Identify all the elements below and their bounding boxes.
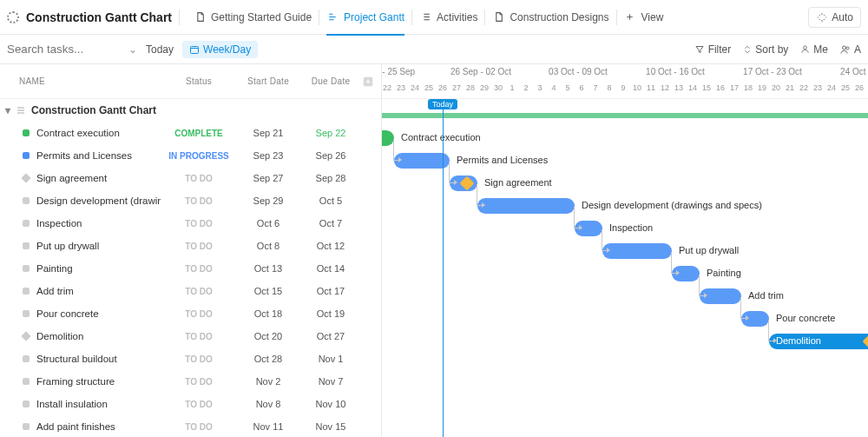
task-start[interactable]: Oct 20 xyxy=(237,331,299,341)
task-start[interactable]: Nov 11 xyxy=(237,421,299,432)
bar-label: Add trim xyxy=(748,290,784,301)
table-row[interactable]: Add trimTO DOOct 15Oct 17 xyxy=(0,280,381,302)
task-status[interactable]: TO DO xyxy=(161,196,237,206)
task-start[interactable]: Sep 29 xyxy=(237,195,299,206)
table-row[interactable]: Sign agreementTO DOSep 27Sep 28 xyxy=(0,167,381,189)
task-start[interactable]: Oct 18 xyxy=(237,308,299,319)
task-status[interactable]: TO DO xyxy=(161,400,237,409)
timeline[interactable]: 19 Sep - 25 Sep26 Sep - 02 Oct03 Oct - 0… xyxy=(382,64,868,437)
page-title: Construction Gantt Chart xyxy=(26,10,172,24)
search-dropdown-icon[interactable]: ⌄ xyxy=(128,43,137,56)
task-due[interactable]: Oct 12 xyxy=(299,241,362,251)
task-due[interactable]: Oct 5 xyxy=(299,195,362,206)
col-name[interactable]: NAME xyxy=(0,76,161,86)
table-row[interactable]: Add paint finishesTO DONov 11Nov 15 xyxy=(0,415,381,437)
task-bar[interactable] xyxy=(382,130,394,146)
day-header: 22 xyxy=(382,83,394,92)
filter-button[interactable]: Filter xyxy=(694,43,732,56)
task-status[interactable]: TO DO xyxy=(161,422,237,432)
task-due[interactable]: Oct 17 xyxy=(299,286,362,296)
milestone-icon xyxy=(21,173,30,182)
me-filter-button[interactable]: Me xyxy=(800,43,828,56)
day-header: 7 xyxy=(589,83,602,92)
task-status[interactable]: TO DO xyxy=(161,242,237,251)
today-button[interactable]: Today xyxy=(146,43,174,56)
week-header: 10 Oct - 16 Oct xyxy=(627,67,724,76)
task-start[interactable]: Sep 23 xyxy=(237,150,299,161)
task-due[interactable]: Oct 27 xyxy=(299,331,362,341)
task-start[interactable]: Oct 6 xyxy=(237,218,299,228)
task-due[interactable]: Sep 28 xyxy=(299,173,362,183)
tab-view[interactable]: View xyxy=(617,0,671,35)
task-start[interactable]: Nov 2 xyxy=(237,376,299,387)
task-start[interactable]: Nov 8 xyxy=(237,399,299,409)
task-bar[interactable] xyxy=(477,198,575,214)
table-row[interactable]: DemolitionTO DOOct 20Oct 27 xyxy=(0,325,381,348)
table-row[interactable]: Permits and LicensesIN PROGRESSSep 23Sep… xyxy=(0,144,381,167)
group-row[interactable]: ▾ Construction Gantt Chart xyxy=(0,99,381,122)
task-status[interactable]: TO DO xyxy=(161,174,237,183)
table-row[interactable]: Contract executionCOMPLETESep 21Sep 22 xyxy=(0,122,381,144)
task-status[interactable]: IN PROGRESS xyxy=(161,151,237,161)
tab-project-gantt[interactable]: Project Gantt xyxy=(319,0,411,35)
day-header: 6 xyxy=(575,83,589,92)
task-status[interactable]: TO DO xyxy=(161,377,237,387)
task-start[interactable]: Oct 15 xyxy=(237,286,299,296)
today-badge[interactable]: Today xyxy=(428,99,457,109)
group-summary-bar[interactable] xyxy=(382,113,868,118)
col-start[interactable]: Start Date xyxy=(237,76,299,86)
task-start[interactable]: Oct 8 xyxy=(237,241,299,251)
collapse-icon[interactable]: ▾ xyxy=(5,104,10,116)
task-start[interactable]: Oct 13 xyxy=(237,263,299,274)
task-bar[interactable] xyxy=(602,243,672,259)
task-status[interactable]: TO DO xyxy=(161,264,237,274)
task-due[interactable]: Sep 26 xyxy=(299,150,362,161)
task-due[interactable]: Oct 14 xyxy=(299,263,362,274)
week-header: 19 Sep - 25 Sep xyxy=(382,67,432,76)
task-status[interactable]: COMPLETE xyxy=(161,129,237,138)
sort-button[interactable]: Sort by xyxy=(743,43,788,56)
task-due[interactable]: Sep 22 xyxy=(299,128,362,138)
dependency-arrow-icon xyxy=(768,320,773,341)
task-start[interactable]: Oct 28 xyxy=(237,354,299,364)
task-status[interactable]: TO DO xyxy=(161,309,237,319)
task-start[interactable]: Sep 27 xyxy=(237,173,299,183)
tab-activities[interactable]: Activities xyxy=(412,0,484,35)
col-due[interactable]: Due Date xyxy=(299,76,362,86)
task-due[interactable]: Oct 19 xyxy=(299,308,362,319)
task-status[interactable]: TO DO xyxy=(161,332,237,341)
table-row[interactable]: Structural buildoutTO DOOct 28Nov 1 xyxy=(0,348,381,370)
day-header: 18 xyxy=(741,83,755,92)
task-due[interactable]: Nov 1 xyxy=(299,354,362,364)
table-row[interactable]: Put up drywallTO DOOct 8Oct 12 xyxy=(0,235,381,257)
assignee-filter-button[interactable]: A xyxy=(840,43,861,56)
table-row[interactable]: InspectionTO DOOct 6Oct 7 xyxy=(0,212,381,235)
bar-label: Permits and Licenses xyxy=(457,155,548,165)
tab-construction-designs[interactable]: Construction Designs xyxy=(485,0,615,35)
col-status[interactable]: Status xyxy=(161,76,237,86)
task-due[interactable]: Nov 15 xyxy=(299,421,362,432)
view-tabs: Getting Started GuideProject GanttActivi… xyxy=(187,0,670,35)
table-row[interactable]: Install insulationTO DONov 8Nov 10 xyxy=(0,393,381,415)
search-input[interactable] xyxy=(7,40,120,59)
table-row[interactable]: PaintingTO DOOct 13Oct 14 xyxy=(0,257,381,280)
task-due[interactable]: Oct 7 xyxy=(299,218,362,228)
table-row[interactable]: Framing structureTO DONov 2Nov 7 xyxy=(0,370,381,393)
today-line xyxy=(443,99,444,437)
task-due[interactable]: Nov 10 xyxy=(299,399,362,409)
day-header: 25 xyxy=(838,83,852,92)
add-column-button[interactable] xyxy=(362,76,381,88)
table-row[interactable]: Design development (drawings an...TO DOS… xyxy=(0,189,381,212)
page-title-block: Construction Gantt Chart xyxy=(7,10,172,24)
task-status[interactable]: TO DO xyxy=(161,354,237,364)
tab-getting-started-guide[interactable]: Getting Started Guide xyxy=(187,0,319,35)
task-bar[interactable] xyxy=(394,153,450,169)
table-row[interactable]: Pour concreteTO DOOct 18Oct 19 xyxy=(0,302,381,325)
task-start[interactable]: Sep 21 xyxy=(237,128,299,138)
timescale-button[interactable]: Week/Day xyxy=(182,41,258,58)
task-due[interactable]: Nov 7 xyxy=(299,376,362,387)
task-status[interactable]: TO DO xyxy=(161,219,237,228)
task-status[interactable]: TO DO xyxy=(161,287,237,296)
automations-button[interactable]: Auto xyxy=(808,7,861,28)
day-header: 5 xyxy=(561,83,575,92)
